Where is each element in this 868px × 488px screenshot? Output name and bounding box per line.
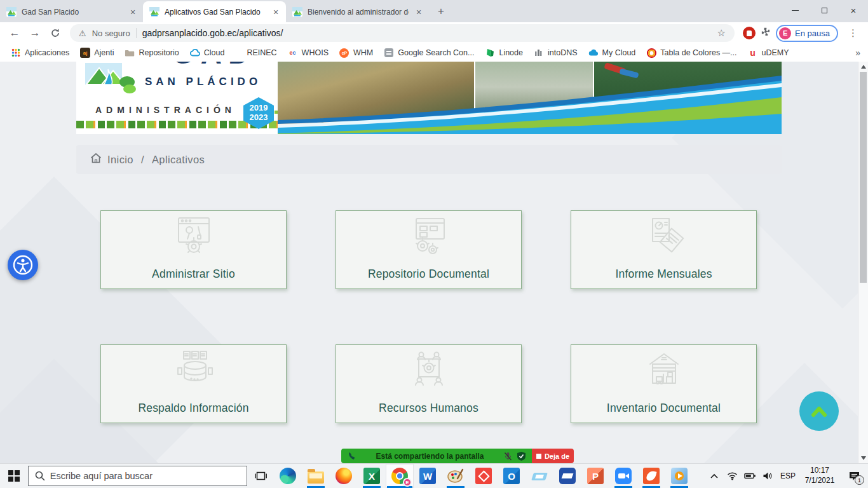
tab-gad-san-placido[interactable]: Gad San Placido × xyxy=(0,1,143,22)
scroll-to-top-button[interactable] xyxy=(799,391,839,431)
tab-title: Bienvenido al administrador de I xyxy=(308,8,409,17)
card-repositorio-documental[interactable]: Repositorio Documental xyxy=(336,210,522,289)
taskbar-powerpoint-button[interactable] xyxy=(581,464,609,488)
bookmark-tabla-colores[interactable]: Tabla de Colores —... xyxy=(643,46,740,59)
task-view-button[interactable] xyxy=(247,464,274,488)
taskbar-clock[interactable]: 10:17 7/1/2021 xyxy=(799,466,840,485)
card-respaldo-informacion[interactable]: Respaldo Información xyxy=(100,344,287,423)
bookmark-intodns[interactable]: intoDNS xyxy=(531,46,581,59)
reload-button[interactable] xyxy=(46,24,65,42)
browser-menu-icon[interactable]: ⋮ xyxy=(848,27,858,39)
paint-icon xyxy=(447,468,464,484)
taskbar-firefox-button[interactable] xyxy=(330,464,358,488)
window-minimize-button[interactable] xyxy=(780,0,810,21)
database-backup-icon xyxy=(168,350,219,391)
bookmark-ajenti[interactable]: ajAjenti xyxy=(77,46,117,59)
taskbar-explorer-button[interactable] xyxy=(302,464,330,488)
taskbar-edge-button[interactable] xyxy=(274,464,302,488)
tab-aplicativos[interactable]: Aplicativos Gad San Placido × xyxy=(143,1,286,22)
media-player-icon xyxy=(671,468,688,484)
minimize-icon xyxy=(792,10,799,11)
ec-domain-icon: ec xyxy=(288,48,298,58)
bookmark-repositorio[interactable]: Repositorio xyxy=(121,46,182,59)
card-inventario-documental[interactable]: Inventario Documental xyxy=(571,344,757,423)
extensions-puzzle-icon[interactable] xyxy=(760,27,771,40)
tab-administrador[interactable]: Bienvenido al administrador de I × xyxy=(286,1,429,22)
bookmark-udemy[interactable]: uuDEMY xyxy=(745,46,792,59)
card-informe-mensuales[interactable]: Informe Mensuales xyxy=(571,210,757,289)
udemy-icon: u xyxy=(748,48,758,58)
camscanner-icon xyxy=(559,468,576,484)
forward-button[interactable]: → xyxy=(25,24,44,42)
tab-close-icon[interactable]: × xyxy=(271,7,281,17)
card-recursos-humanos[interactable]: Recursos Humanos xyxy=(336,344,522,423)
window-controls: × xyxy=(780,0,868,21)
bookmark-reinec[interactable]: REINEC xyxy=(243,47,280,58)
start-button[interactable] xyxy=(0,464,28,488)
scrollbar-thumb[interactable] xyxy=(860,72,867,283)
home-icon[interactable] xyxy=(90,153,102,166)
taskbar-anydesk-button[interactable] xyxy=(470,464,498,488)
firefox-icon xyxy=(336,468,352,484)
stop-sharing-button[interactable]: Deja de xyxy=(532,449,574,463)
bookmark-cloud[interactable]: Cloud xyxy=(187,46,228,59)
tab-close-icon[interactable]: × xyxy=(128,7,138,17)
scrollbar-down-arrow[interactable] xyxy=(861,456,866,460)
bookmark-whm[interactable]: cPWHM xyxy=(336,46,376,59)
bookmark-aplicaciones[interactable]: Aplicaciones xyxy=(8,46,72,59)
taskbar-paint-button[interactable] xyxy=(442,464,470,488)
taskbar-mediaplayer-button[interactable] xyxy=(665,464,693,488)
taskbar-chrome-button[interactable]: E xyxy=(386,464,414,488)
bookmark-linode[interactable]: Linode xyxy=(482,46,526,59)
folder-icon xyxy=(125,48,135,58)
taskbar-zoom-button[interactable] xyxy=(609,464,637,488)
bookmarks-overflow-icon[interactable]: » xyxy=(855,48,860,58)
back-button[interactable]: ← xyxy=(5,24,24,42)
adblocker-extension-icon[interactable] xyxy=(743,27,756,39)
tray-chevron-up-icon[interactable] xyxy=(705,464,723,488)
security-label[interactable]: No seguro xyxy=(92,29,130,38)
card-administrar-sitio[interactable]: Administrar Sitio xyxy=(100,210,287,289)
edge-icon xyxy=(280,468,296,484)
address-divider xyxy=(136,28,137,38)
zoom-icon xyxy=(615,468,632,484)
clock-date: 7/1/2021 xyxy=(799,476,840,486)
wifi-icon[interactable] xyxy=(723,464,741,488)
taskbar-camscanner-button[interactable] xyxy=(553,464,581,488)
address-bar[interactable]: ⚠ No seguro gadprsanplacido.gob.ec/aplic… xyxy=(70,24,735,42)
action-center-button[interactable]: 1 xyxy=(840,464,868,488)
taskbar-nitro-button[interactable] xyxy=(637,464,665,488)
new-tab-button[interactable]: + xyxy=(433,3,449,20)
bookmark-my-cloud[interactable]: My Cloud xyxy=(585,46,639,59)
taskbar-outlook-button[interactable] xyxy=(498,464,526,488)
taskbar-search-box[interactable] xyxy=(28,466,247,486)
shield-check-icon xyxy=(517,452,526,461)
window-close-button[interactable]: × xyxy=(839,0,868,21)
taskbar-word-button[interactable] xyxy=(414,464,442,488)
accessibility-widget-button[interactable] xyxy=(8,250,38,280)
speaker-icon[interactable] xyxy=(759,464,776,488)
task-view-icon xyxy=(255,471,267,481)
not-secure-warning-icon[interactable]: ⚠ xyxy=(79,29,86,38)
breadcrumb-home-link[interactable]: Inicio xyxy=(107,154,133,166)
taskbar-excel-button[interactable] xyxy=(358,464,386,488)
bookmark-star-icon[interactable]: ☆ xyxy=(717,27,726,39)
search-console-icon xyxy=(384,48,394,58)
language-indicator[interactable]: ESP xyxy=(776,471,799,480)
bookmark-search-console[interactable]: Google Search Con... xyxy=(381,46,477,59)
battery-icon[interactable] xyxy=(741,464,759,488)
tab-close-icon[interactable]: × xyxy=(414,7,424,17)
profile-chip[interactable]: E En pausa xyxy=(776,25,838,42)
system-tray: ESP 10:17 7/1/2021 1 xyxy=(705,464,868,488)
url-text[interactable]: gadprsanplacido.gob.ec/aplicativos/ xyxy=(142,28,283,38)
search-input[interactable] xyxy=(50,471,240,481)
scrollbar-up-arrow[interactable] xyxy=(861,65,866,69)
bookmark-whois[interactable]: ecWHOIS xyxy=(285,46,332,59)
taskbar-scanner-button[interactable] xyxy=(526,464,553,488)
profile-avatar: E xyxy=(779,27,791,39)
window-restore-button[interactable] xyxy=(810,0,839,21)
tab-title: Aplicativos Gad San Placido xyxy=(165,8,266,17)
page-scrollbar[interactable] xyxy=(858,62,868,463)
card-label: Respaldo Información xyxy=(101,402,286,415)
card-label: Informe Mensuales xyxy=(571,268,756,281)
